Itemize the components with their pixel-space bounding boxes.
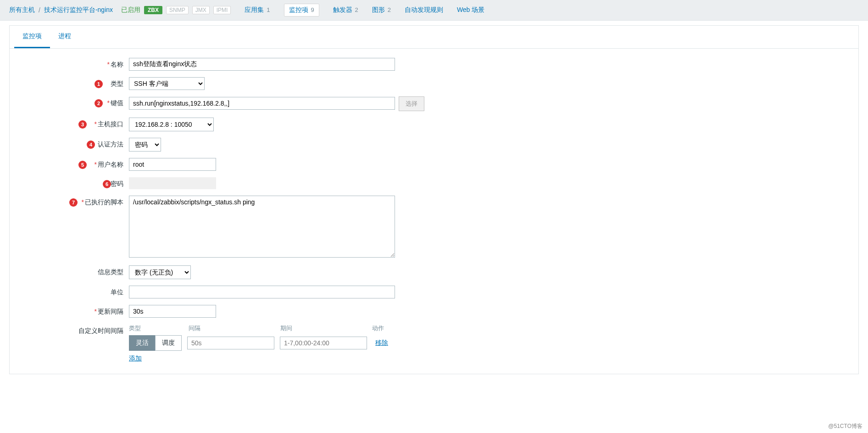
label-auth-method: 认证方法 [23, 138, 129, 149]
interval-row: 灵活 调度 移除 [129, 335, 388, 351]
status-enabled: 已启用 [121, 6, 140, 14]
select-auth-method[interactable]: 密码 [129, 138, 161, 152]
breadcrumb-host[interactable]: 技术运行监控平台-nginx [44, 6, 113, 14]
topnav-discovery[interactable]: 自动发现规则 [405, 6, 443, 14]
input-update-interval[interactable] [129, 305, 216, 318]
input-name[interactable] [129, 58, 395, 71]
input-interval-delay[interactable] [187, 337, 274, 349]
interval-header: 类型 间隔 期间 动作 [129, 324, 388, 335]
label-type: 类型 [23, 77, 129, 88]
bullet-5: 5 [78, 161, 87, 169]
bullet-4: 4 [87, 141, 95, 149]
interval-header-action: 动作 [372, 324, 384, 332]
top-bar: 所有主机 / 技术运行监控平台-nginx 已启用 ZBX SNMP JMX I… [0, 0, 868, 21]
button-select-key[interactable]: 选择 [399, 96, 424, 111]
bullet-6: 6 [103, 180, 111, 188]
input-interval-period[interactable] [280, 337, 367, 349]
badge-ipmi: IPMI [213, 6, 231, 14]
row-password: 6 密码 [23, 177, 845, 189]
label-password: 密码 [23, 177, 129, 188]
label-info-type: 信息类型 [23, 265, 129, 276]
bullet-1: 1 [95, 80, 103, 88]
topnav-items[interactable]: 监控项 9 [284, 4, 319, 17]
label-units: 单位 [23, 286, 129, 297]
label-key: *键值 [23, 96, 129, 107]
toggle-flexible[interactable]: 灵活 [129, 335, 155, 351]
label-username: *用户名称 [23, 158, 129, 169]
input-username[interactable] [129, 158, 216, 171]
select-host-interface[interactable]: 192.168.2.8 : 10050 [129, 118, 214, 131]
row-custom-intervals: 自定义时间间隔 类型 间隔 期间 动作 灵活 调度 [23, 324, 845, 363]
badge-snmp: SNMP [166, 6, 189, 14]
input-password[interactable] [129, 177, 216, 189]
tab-item[interactable]: 监控项 [14, 26, 50, 48]
select-info-type[interactable]: 数字 (无正负) [129, 265, 191, 279]
label-custom-intervals: 自定义时间间隔 [23, 324, 129, 335]
row-auth-method: 4 认证方法 密码 [23, 138, 845, 152]
row-name: *名称 [23, 58, 845, 71]
select-type[interactable]: SSH 客户端 [129, 77, 205, 90]
label-name: *名称 [23, 58, 129, 69]
bullet-2: 2 [95, 99, 103, 107]
tab-process[interactable]: 进程 [50, 26, 79, 48]
row-key: 2 *键值 选择 [23, 96, 845, 111]
row-units: 单位 [23, 286, 845, 298]
interval-type-toggle: 灵活 调度 [129, 335, 182, 351]
link-remove-interval[interactable]: 移除 [375, 339, 388, 347]
row-info-type: 信息类型 数字 (无正负) [23, 265, 845, 279]
topnav-web[interactable]: Web 场景 [457, 6, 484, 14]
row-username: 5 *用户名称 [23, 158, 845, 171]
breadcrumb-all-hosts[interactable]: 所有主机 [9, 6, 35, 14]
form-body: *名称 1 类型 SSH 客户端 2 *键值 选择 3 *主机接口 192.16… [10, 49, 858, 374]
textarea-script[interactable]: /usr/local/zabbix/scripts/ngx_status.sh … [129, 196, 395, 258]
label-host-interface: *主机接口 [23, 118, 129, 129]
topnav-apps[interactable]: 应用集 1 [245, 6, 270, 14]
toggle-scheduling[interactable]: 调度 [155, 335, 182, 351]
form-panel: 监控项 进程 *名称 1 类型 SSH 客户端 2 *键值 选择 3 *主机接口… [9, 25, 859, 374]
row-script: 7 *已执行的脚本 /usr/local/zabbix/scripts/ngx_… [23, 196, 845, 259]
link-add-interval[interactable]: 添加 [129, 354, 142, 363]
bullet-3: 3 [78, 120, 87, 129]
row-update-interval: *更新间隔 [23, 305, 845, 318]
interval-header-interval: 间隔 [189, 324, 280, 332]
tabs: 监控项 进程 [10, 26, 858, 49]
bullet-7: 7 [69, 198, 78, 207]
badge-zbx: ZBX [144, 6, 162, 14]
row-type: 1 类型 SSH 客户端 [23, 77, 845, 90]
input-key[interactable] [129, 97, 395, 110]
topnav-graphs[interactable]: 图形 2 [372, 6, 391, 14]
row-host-interface: 3 *主机接口 192.168.2.8 : 10050 [23, 118, 845, 131]
input-units[interactable] [129, 286, 395, 298]
badge-jmx: JMX [192, 6, 210, 14]
topnav-triggers[interactable]: 触发器 2 [333, 6, 358, 14]
breadcrumb-sep: / [39, 6, 40, 14]
interval-header-period: 期间 [280, 324, 372, 332]
label-update-interval: *更新间隔 [23, 305, 129, 316]
interval-header-type: 类型 [129, 324, 189, 332]
